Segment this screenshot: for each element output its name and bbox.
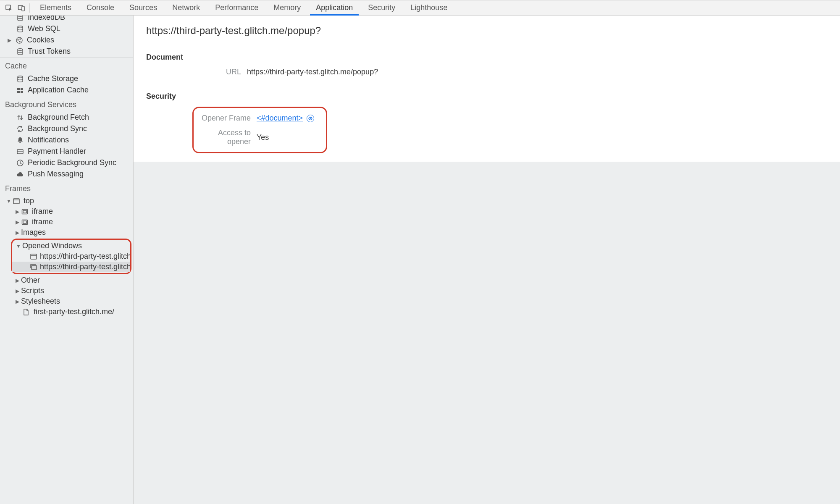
frame-other[interactable]: ▶ Other bbox=[0, 275, 133, 286]
expand-icon[interactable]: ▶ bbox=[14, 230, 20, 236]
database-icon bbox=[16, 75, 24, 83]
frame-label: iframe bbox=[32, 207, 53, 216]
frame-label: Opened Windows bbox=[22, 242, 82, 250]
frame-label: Other bbox=[21, 276, 40, 285]
svg-point-4 bbox=[18, 26, 23, 27]
card-icon bbox=[16, 148, 24, 155]
svg-rect-14 bbox=[21, 91, 23, 93]
tab-sources[interactable]: Sources bbox=[122, 0, 165, 15]
tab-performance[interactable]: Performance bbox=[207, 0, 266, 15]
window-icon bbox=[30, 253, 37, 260]
sidebar-item-payment-handler[interactable]: Payment Handler bbox=[0, 146, 133, 157]
tab-network[interactable]: Network bbox=[165, 0, 207, 15]
svg-rect-23 bbox=[23, 221, 26, 223]
svg-point-10 bbox=[18, 76, 23, 77]
svg-point-8 bbox=[19, 41, 20, 42]
window-icon bbox=[13, 197, 21, 205]
tab-security[interactable]: Security bbox=[360, 0, 403, 15]
sidebar-item-label: Payment Handler bbox=[28, 147, 86, 156]
tab-console[interactable]: Console bbox=[79, 0, 122, 15]
opened-window-label: https://third-party-test.glitch.m bbox=[40, 262, 130, 271]
sidebar-item-periodic-sync[interactable]: Periodic Background Sync bbox=[0, 157, 133, 168]
frame-leaf[interactable]: first-party-test.glitch.me/ bbox=[0, 307, 133, 317]
tab-lighthouse[interactable]: Lighthouse bbox=[403, 0, 455, 15]
frame-images[interactable]: ▶ Images bbox=[0, 227, 133, 238]
sidebar-item-label: Notifications bbox=[28, 136, 69, 144]
frame-opened-windows[interactable]: ▼ Opened Windows bbox=[12, 241, 130, 251]
sync-icon bbox=[16, 125, 24, 133]
sidebar-group-bgservices: Background Services bbox=[0, 96, 133, 112]
svg-point-9 bbox=[18, 48, 23, 50]
sidebar-item-websql[interactable]: Web SQL bbox=[0, 23, 133, 34]
bell-icon bbox=[16, 136, 24, 144]
opened-window-2[interactable]: https://third-party-test.glitch.m bbox=[12, 262, 130, 272]
frame-iframe-2[interactable]: ▶ iframe bbox=[0, 217, 133, 227]
opened-window-label: https://third-party-test.glitch.m bbox=[40, 252, 130, 261]
frame-label: first-party-test.glitch.me/ bbox=[34, 307, 114, 316]
sidebar-item-background-sync[interactable]: Background Sync bbox=[0, 123, 133, 134]
sidebar-item-application-cache[interactable]: Application Cache bbox=[0, 84, 133, 96]
opener-frame-link[interactable]: <#document> bbox=[257, 114, 303, 122]
windows-stack-icon bbox=[30, 263, 37, 271]
expand-icon[interactable]: ▶ bbox=[14, 288, 20, 294]
expand-icon[interactable]: ▶ bbox=[14, 219, 20, 225]
sidebar-item-cache-storage[interactable]: Cache Storage bbox=[0, 73, 133, 84]
tab-elements[interactable]: Elements bbox=[32, 0, 79, 15]
frame-detail-panel: https://third-party-test.glitch.me/popup… bbox=[134, 16, 840, 504]
sidebar-item-notifications[interactable]: Notifications bbox=[0, 134, 133, 146]
frame-label: Stylesheets bbox=[21, 297, 60, 306]
access-to-opener-value: Yes bbox=[257, 133, 269, 142]
database-icon bbox=[16, 16, 24, 21]
expand-icon[interactable]: ▶ bbox=[8, 37, 13, 43]
tab-application[interactable]: Application bbox=[308, 0, 360, 15]
device-toolbar-icon[interactable] bbox=[15, 0, 28, 15]
sidebar-item-label: Cookies bbox=[27, 36, 54, 45]
svg-point-3 bbox=[18, 16, 23, 16]
frame-icon bbox=[21, 218, 29, 226]
frame-iframe-1[interactable]: ▶ iframe bbox=[0, 206, 133, 217]
sidebar-item-label: Cache Storage bbox=[28, 74, 78, 83]
tab-memory[interactable]: Memory bbox=[266, 0, 308, 15]
sidebar-item-background-fetch[interactable]: Background Fetch bbox=[0, 112, 133, 123]
document-section: Document URL https://third-party-test.gl… bbox=[134, 46, 840, 85]
expand-icon[interactable]: ▶ bbox=[14, 278, 20, 284]
svg-rect-21 bbox=[23, 210, 26, 213]
expand-icon[interactable]: ▶ bbox=[14, 209, 20, 215]
frame-scripts[interactable]: ▶ Scripts bbox=[0, 286, 133, 296]
svg-rect-24 bbox=[31, 254, 37, 259]
expand-icon[interactable]: ▶ bbox=[14, 299, 20, 304]
inspect-element-icon[interactable] bbox=[3, 0, 15, 15]
sidebar-group-frames: Frames bbox=[0, 180, 133, 196]
svg-point-7 bbox=[20, 39, 21, 39]
frame-icon bbox=[21, 208, 29, 215]
frame-label: Images bbox=[21, 228, 46, 237]
document-icon bbox=[23, 308, 31, 316]
opened-windows-highlight: ▼ Opened Windows https://third-party-tes… bbox=[11, 239, 131, 274]
sidebar-item-label: IndexedDB bbox=[28, 16, 65, 22]
sidebar-item-label: Periodic Background Sync bbox=[28, 158, 116, 167]
section-title: Document bbox=[146, 53, 827, 62]
clock-icon bbox=[16, 159, 24, 167]
inspect-dom-icon[interactable] bbox=[307, 115, 314, 122]
sidebar-item-label: Background Fetch bbox=[28, 113, 89, 122]
database-icon bbox=[16, 25, 24, 33]
frame-stylesheets[interactable]: ▶ Stylesheets bbox=[0, 296, 133, 307]
database-icon bbox=[16, 48, 24, 55]
sidebar-item-cookies[interactable]: ▶ Cookies bbox=[0, 34, 133, 46]
svg-rect-11 bbox=[17, 88, 20, 90]
frame-top[interactable]: ▼ top bbox=[0, 196, 133, 206]
sidebar-item-indexeddb[interactable]: IndexedDB bbox=[0, 16, 133, 23]
collapse-icon[interactable]: ▼ bbox=[6, 198, 12, 204]
sidebar-group-cache: Cache bbox=[0, 57, 133, 73]
sidebar-item-trust-tokens[interactable]: Trust Tokens bbox=[0, 46, 133, 57]
security-section: Security Opener Frame <#document> Access… bbox=[134, 85, 840, 162]
access-to-opener-label: Access to opener bbox=[194, 129, 257, 146]
sidebar-item-label: Trust Tokens bbox=[28, 47, 71, 56]
svg-rect-2 bbox=[22, 6, 24, 11]
cookie-icon bbox=[15, 37, 24, 44]
svg-point-5 bbox=[16, 37, 22, 43]
svg-point-6 bbox=[18, 39, 18, 40]
sidebar-item-push-messaging[interactable]: Push Messaging bbox=[0, 168, 133, 180]
collapse-icon[interactable]: ▼ bbox=[16, 243, 21, 249]
opened-window-1[interactable]: https://third-party-test.glitch.m bbox=[12, 251, 130, 262]
